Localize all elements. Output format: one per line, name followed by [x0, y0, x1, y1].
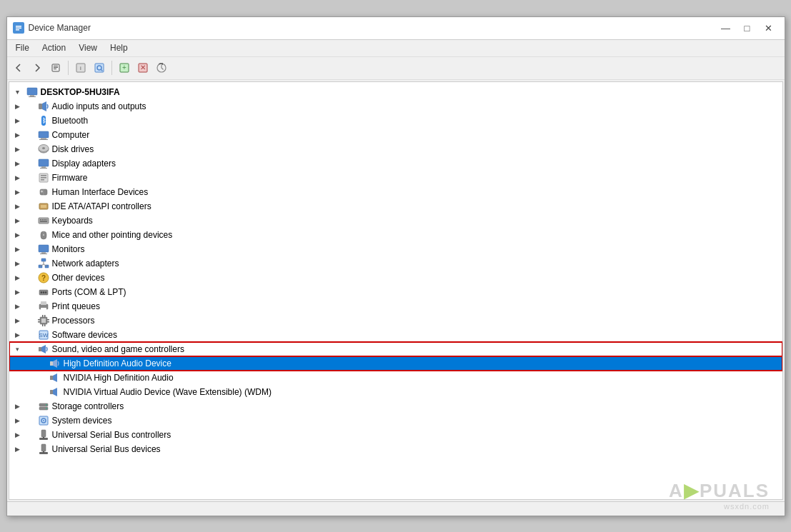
title-bar-left: Device Manager — [13, 22, 91, 34]
svg-rect-1 — [16, 26, 21, 27]
svg-point-93 — [46, 408, 47, 409]
tree-item-nvidia-hda[interactable]: ▶ NVIDIA High Definition Audio — [9, 371, 782, 385]
svg-rect-46 — [44, 219, 46, 221]
svg-point-66 — [44, 291, 46, 293]
scan-button[interactable] — [91, 59, 108, 76]
sound-icon — [38, 343, 49, 355]
expand-icon: ▶ — [12, 315, 24, 326]
network-label: Network adapters — [52, 259, 119, 268]
tree-item-usb[interactable]: ▶ Universal Serial Bus controllers — [9, 428, 782, 442]
close-button[interactable]: ✕ — [759, 19, 779, 36]
tree-item-storage[interactable]: ▶ Storage controllers — [9, 399, 782, 413]
expand-icon: ▶ — [12, 258, 24, 269]
tree-item-monitors[interactable]: ▶ Monitors — [9, 242, 782, 256]
expand-icon: ▶ — [12, 101, 24, 112]
tree-item-computer[interactable]: ▶ Computer — [9, 128, 782, 142]
maximize-button[interactable]: □ — [737, 19, 757, 36]
svg-rect-71 — [41, 318, 46, 323]
svg-rect-37 — [41, 179, 44, 181]
minimize-button[interactable]: — — [716, 19, 736, 36]
tree-item-other[interactable]: ▶ ? Other devices — [9, 271, 782, 285]
svg-rect-53 — [41, 252, 46, 254]
svg-rect-33 — [40, 168, 47, 169]
other-icon: ? — [38, 272, 49, 283]
hid-icon — [38, 186, 49, 198]
software-icon: SW — [38, 329, 49, 341]
add-driver-button[interactable]: + — [116, 59, 133, 76]
disk-label: Disk drives — [52, 144, 94, 154]
svg-text:?: ? — [41, 274, 45, 282]
menu-view[interactable]: View — [73, 41, 103, 54]
svg-point-51 — [43, 234, 44, 236]
tree-root[interactable]: ▾ DESKTOP-5HU3IFA — [9, 85, 782, 99]
firmware-label: Firmware — [52, 173, 88, 183]
tree-item-hda[interactable]: ▶ High Definition Audio Device — [9, 356, 782, 371]
svg-rect-43 — [39, 218, 49, 224]
tree-item-display[interactable]: ▶ Display adapters — [9, 156, 782, 171]
svg-marker-83 — [41, 345, 46, 353]
mice-label: Mice and other pointing devices — [52, 230, 173, 240]
tree-item-nvidia-vad[interactable]: ▶ NVIDIA Virtual Audio Device (Wave Exte… — [9, 385, 782, 399]
svg-rect-48 — [40, 221, 47, 222]
menu-file[interactable]: File — [10, 41, 35, 54]
tree-item-sound[interactable]: ▾ Sound, video and game controllers — [9, 342, 782, 356]
nvidia-vad-icon — [49, 386, 61, 398]
forward-button[interactable] — [29, 59, 46, 76]
svg-rect-32 — [41, 166, 46, 168]
svg-rect-68 — [41, 301, 46, 305]
expand-icon: ▶ — [12, 158, 24, 169]
tree-item-usbdev[interactable]: ▶ Universal Serial Bus devices — [9, 442, 782, 456]
tree-item-mice[interactable]: ▶ Mice and other pointing devices — [9, 228, 782, 242]
update-button[interactable] — [153, 59, 170, 76]
svg-rect-19 — [30, 95, 34, 96]
tree-item-network[interactable]: ▶ Network adapters — [9, 256, 782, 271]
toolbar: i + ✕ — [7, 57, 785, 80]
window-title: Device Manager — [29, 23, 91, 33]
expand-icon: ▶ — [12, 443, 24, 455]
menu-bar: File Action View Help — [7, 40, 785, 57]
tree-item-disk[interactable]: ▶ Disk drives — [9, 142, 782, 156]
tree-item-processors[interactable]: ▶ Processors — [9, 313, 782, 328]
ports-icon — [38, 286, 49, 298]
mouse-icon — [38, 229, 49, 241]
expand-icon: ▶ — [12, 215, 24, 226]
svg-marker-22 — [42, 101, 46, 111]
menu-help[interactable]: Help — [104, 41, 134, 54]
monitor-icon — [38, 244, 49, 255]
expand-icon: ▶ — [12, 401, 24, 412]
svg-rect-78 — [47, 319, 49, 321]
remove-button[interactable]: ✕ — [134, 59, 151, 76]
svg-text:i: i — [80, 65, 81, 71]
properties-button[interactable]: i — [72, 59, 89, 76]
expand-icon: ▶ — [12, 301, 24, 312]
svg-rect-102 — [43, 451, 44, 453]
up-button[interactable] — [47, 59, 64, 76]
svg-point-96 — [43, 420, 44, 421]
svg-rect-18 — [27, 88, 37, 95]
tree-item-software[interactable]: ▶ SW Software devices — [9, 328, 782, 342]
usbdev-icon — [38, 443, 49, 455]
device-tree[interactable]: ▾ DESKTOP-5HU3IFA ▶ Audio inputs and out… — [9, 81, 783, 500]
back-button[interactable] — [10, 59, 27, 76]
print-label: Print queues — [52, 301, 100, 311]
svg-rect-76 — [38, 319, 40, 321]
svg-rect-21 — [39, 104, 42, 109]
tree-item-keyboards[interactable]: ▶ Keyboards — [9, 214, 782, 228]
menu-action[interactable]: Action — [36, 41, 71, 54]
usbdev-label: Universal Serial Bus devices — [52, 444, 161, 454]
tree-item-hid[interactable]: ▶ Human Interface Devices — [9, 185, 782, 199]
window-controls: — □ ✕ — [716, 19, 779, 36]
tree-item-system[interactable]: ▶ System devices — [9, 413, 782, 428]
expand-icon: ▶ — [12, 115, 24, 126]
audio-icon — [38, 101, 49, 112]
tree-item-ports[interactable]: ▶ Ports (COM & LPT) — [9, 285, 782, 299]
tree-item-audio[interactable]: ▶ Audio inputs and outputs — [9, 99, 782, 114]
svg-rect-99 — [43, 437, 44, 438]
svg-point-64 — [40, 291, 41, 293]
tree-item-ide[interactable]: ▶ IDE ATA/ATAPI controllers — [9, 199, 782, 214]
tree-item-bluetooth[interactable]: ▶ ᛒ Bluetooth — [9, 114, 782, 128]
computer-label: Computer — [52, 130, 90, 140]
tree-item-print[interactable]: ▶ Print queues — [9, 299, 782, 313]
svg-rect-79 — [47, 321, 49, 323]
tree-item-firmware[interactable]: ▶ Firmware — [9, 171, 782, 185]
